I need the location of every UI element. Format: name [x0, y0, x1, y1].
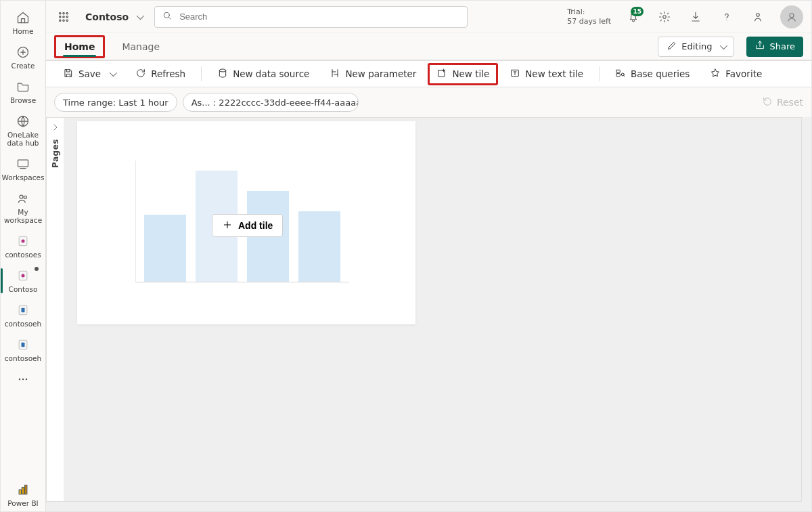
- refresh-icon: [135, 68, 146, 81]
- trial-line1: Trial:: [567, 7, 611, 17]
- cmd-label: Save: [78, 68, 101, 79]
- cmd-label: New tile: [452, 68, 489, 79]
- org-switcher[interactable]: Contoso: [81, 9, 146, 25]
- notifications-button[interactable]: 15: [622, 5, 645, 28]
- nav-browse[interactable]: Browse: [1, 75, 45, 108]
- onelake-icon: [16, 114, 30, 129]
- chip-asset-id[interactable]: As... : 2222cccc-33dd-eeee-ff44-aaaaa...: [183, 93, 359, 112]
- help-button[interactable]: [715, 5, 738, 28]
- reset-button[interactable]: Reset: [762, 96, 803, 109]
- nav-contosoeh-1[interactable]: contosoeh: [1, 299, 45, 332]
- nav-label: Power BI: [7, 499, 38, 507]
- svg-point-29: [663, 15, 667, 18]
- svg-point-25: [60, 20, 61, 21]
- feedback-button[interactable]: [746, 5, 769, 28]
- svg-point-6: [22, 240, 25, 243]
- canvas-area: Pages Add tile: [46, 117, 811, 511]
- workspace-item-icon: [16, 268, 30, 283]
- add-tile-label: Add tile: [238, 220, 273, 231]
- plus-icon: [222, 219, 233, 232]
- chart-bar: [298, 211, 340, 282]
- svg-point-19: [60, 12, 61, 14]
- cmd-favorite[interactable]: Favorite: [701, 63, 771, 85]
- svg-point-14: [22, 379, 24, 381]
- reset-icon: [762, 96, 773, 109]
- global-header: Contoso Trial: 57 days left 15: [46, 1, 811, 33]
- notification-count-badge: 15: [631, 7, 644, 16]
- share-icon: [754, 40, 765, 53]
- share-label: Share: [769, 41, 795, 51]
- svg-point-31: [757, 13, 760, 16]
- cmd-new-tile[interactable]: New tile: [428, 63, 498, 85]
- svg-rect-12: [22, 343, 25, 347]
- nav-label: contosoes: [5, 251, 41, 259]
- nav-more[interactable]: [1, 368, 45, 391]
- editing-mode-button[interactable]: Editing: [658, 37, 734, 57]
- svg-point-33: [219, 69, 225, 72]
- nav-create[interactable]: Create: [1, 41, 45, 74]
- workspace-item-icon: [16, 303, 30, 318]
- svg-point-30: [726, 19, 727, 20]
- cmd-label: Base queries: [631, 68, 690, 79]
- svg-point-3: [20, 195, 23, 198]
- nav-label: contosoeh: [5, 320, 41, 328]
- settings-button[interactable]: [653, 5, 676, 28]
- svg-point-28: [164, 12, 169, 18]
- workspaces-icon: [16, 156, 30, 171]
- download-button[interactable]: [684, 5, 707, 28]
- dashboard-canvas[interactable]: Add tile: [64, 117, 802, 502]
- svg-point-4: [24, 196, 26, 198]
- account-avatar[interactable]: [780, 5, 803, 28]
- svg-rect-36: [616, 70, 620, 72]
- pages-panel-collapsed[interactable]: Pages: [46, 117, 64, 502]
- svg-point-13: [19, 379, 21, 381]
- nav-contosoeh-2[interactable]: contosoeh: [1, 333, 45, 366]
- chip-time-range[interactable]: Time range: Last 1 hour: [54, 93, 177, 112]
- trial-status: Trial: 57 days left: [567, 7, 611, 26]
- svg-point-8: [22, 274, 25, 278]
- command-bar: Save Refresh New data source New paramet…: [46, 60, 811, 87]
- nav-onelake[interactable]: OneLake data hub: [1, 110, 45, 151]
- workspace-item-icon: [16, 337, 30, 352]
- search-box[interactable]: [154, 6, 468, 28]
- nav-workspaces[interactable]: Workspaces: [1, 152, 45, 186]
- svg-point-20: [63, 12, 64, 14]
- left-nav-rail: Home Create Browse OneLake data hub Work…: [1, 1, 46, 511]
- app-launcher[interactable]: [54, 7, 73, 26]
- plus-circle-icon: [16, 45, 30, 60]
- cmd-save[interactable]: Save: [54, 63, 124, 85]
- star-icon: [710, 68, 721, 81]
- cmd-new-data-source[interactable]: New data source: [208, 63, 318, 85]
- parameter-icon: [330, 68, 340, 81]
- add-tile-button[interactable]: Add tile: [212, 214, 283, 237]
- cmd-new-parameter[interactable]: New parameter: [321, 63, 425, 85]
- dashboard-tile-placeholder[interactable]: Add tile: [77, 121, 415, 324]
- nav-contoso[interactable]: Contoso: [1, 264, 45, 297]
- tab-label: Home: [64, 41, 95, 52]
- pages-label: Pages: [51, 139, 60, 168]
- cmd-label: New data source: [233, 68, 309, 79]
- tile-add-icon: [436, 68, 447, 81]
- nav-label: My workspace: [1, 208, 45, 224]
- workspace-item-icon: [16, 234, 30, 249]
- cmd-base-queries[interactable]: Base queries: [606, 63, 698, 85]
- nav-label: Create: [12, 62, 35, 70]
- share-button[interactable]: Share: [746, 37, 803, 57]
- nav-home[interactable]: Home: [1, 6, 45, 39]
- nav-contosoes[interactable]: contosoes: [1, 230, 45, 263]
- cmd-new-text-tile[interactable]: New text tile: [501, 63, 592, 85]
- nav-label: contosoeh: [5, 354, 41, 362]
- nav-label: Browse: [10, 96, 36, 104]
- nav-label: Workspaces: [2, 173, 45, 182]
- nav-powerbi[interactable]: Power BI: [1, 478, 45, 511]
- nav-label: Home: [12, 27, 33, 35]
- trial-line2: 57 days left: [567, 17, 611, 26]
- svg-point-22: [60, 16, 61, 17]
- nav-my-workspace[interactable]: My workspace: [1, 187, 45, 228]
- pencil-icon: [667, 40, 677, 53]
- cmd-refresh[interactable]: Refresh: [127, 63, 194, 85]
- unsaved-dot-icon: [35, 267, 39, 271]
- tab-home[interactable]: Home: [54, 35, 105, 58]
- tab-manage[interactable]: Manage: [112, 35, 170, 58]
- search-input[interactable]: [178, 11, 460, 22]
